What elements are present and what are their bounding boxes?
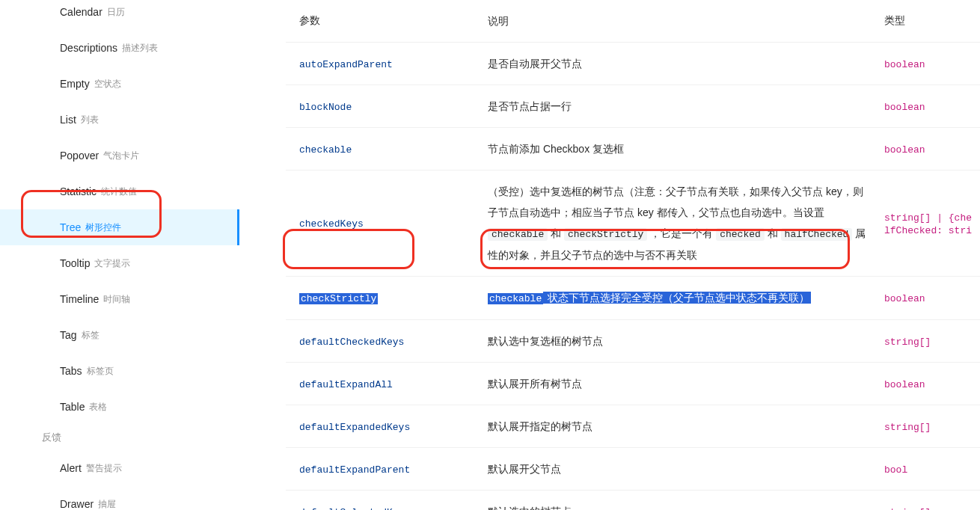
sidebar-item-alert[interactable]: Alert 警告提示: [0, 450, 239, 486]
param-desc: 默认展开指定的树节点: [488, 416, 884, 437]
sidebar-item-label-en: Alert: [60, 462, 82, 474]
sidebar-item-label-en: Calendar: [60, 6, 102, 18]
table-row: defaultCheckedKeys 默认选中复选框的树节点 string[]: [286, 320, 980, 363]
param-type: string[]: [884, 507, 931, 511]
sidebar-item-calendar[interactable]: Calendar 日历: [0, 0, 239, 30]
param-name: checkedKeys: [299, 218, 364, 230]
sidebar-item-label-en: Tag: [60, 329, 77, 341]
desc-text: ，它是一个有: [650, 227, 716, 239]
sidebar-item-label-en: Empty: [60, 78, 90, 90]
param-name: defaultExpandedKeys: [299, 422, 410, 433]
sidebar-item-label-zh: 日历: [107, 6, 125, 19]
param-name: defaultSelectedKeys: [299, 507, 410, 511]
desc-text: 和: [551, 227, 564, 239]
param-name: blockNode: [299, 102, 352, 113]
table-row: blockNode 是否节点占据一行 boolean: [286, 85, 980, 128]
sidebar-item-tree[interactable]: Tree 树形控件: [0, 209, 239, 245]
sidebar-item-label-zh: 气泡卡片: [103, 150, 139, 162]
sidebar-item-label-en: Tree: [60, 221, 81, 233]
param-desc: 默认展开父节点: [488, 458, 884, 479]
sidebar-item-timeline[interactable]: Timeline 时间轴: [0, 281, 239, 317]
param-name: defaultExpandAll: [299, 379, 393, 390]
api-table-container: 参数 说明 类型 autoExpandParent 是否自动展开父节点 bool…: [239, 0, 980, 510]
sidebar-item-label-zh: 空状态: [94, 78, 121, 90]
param-desc: checkable 状态下节点选择完全受控（父子节点选中状态不再关联）: [488, 287, 884, 309]
sidebar-item-table[interactable]: Table 表格: [0, 389, 239, 425]
param-name: autoExpandParent: [299, 59, 393, 70]
table-row: defaultExpandAll 默认展开所有树节点 boolean: [286, 363, 980, 405]
param-type: lfChecked: stri: [884, 225, 972, 236]
sidebar-item-tag[interactable]: Tag 标签: [0, 317, 239, 353]
param-type: string[] | {che: [884, 212, 972, 224]
sidebar-item-empty[interactable]: Empty 空状态: [0, 66, 239, 102]
desc-selected-text: 状态下节点选择完全受控（父子节点选中状态不再关联）: [543, 292, 811, 304]
sidebar-item-label-en: Tabs: [60, 365, 82, 377]
sidebar-item-label-zh: 表格: [89, 401, 107, 414]
desc-text: 和: [768, 227, 781, 239]
sidebar-item-tabs[interactable]: Tabs 标签页: [0, 353, 239, 389]
sidebar-item-list[interactable]: List 列表: [0, 102, 239, 138]
sidebar-item-tooltip[interactable]: Tooltip 文字提示: [0, 245, 239, 281]
sidebar-item-label-zh: 列表: [81, 114, 99, 126]
table-header-param: 参数: [286, 14, 488, 28]
table-row: defaultExpandParent 默认展开父节点 bool: [286, 448, 980, 491]
param-type: boolean: [884, 379, 925, 390]
sidebar-item-statistic[interactable]: Statistic 统计数值: [0, 173, 239, 209]
param-desc: （受控）选中复选框的树节点（注意：父子节点有关联，如果传入父节点 key，则子节…: [488, 181, 884, 265]
param-type: string[]: [884, 422, 931, 433]
desc-text: （受控）选中复选框的树节点（注意：父子节点有关联，如果传入父节点 key，则子节…: [488, 185, 863, 218]
sidebar-item-label-en: Descriptions: [60, 42, 117, 54]
param-name: checkable: [299, 144, 352, 156]
sidebar-item-descriptions[interactable]: Descriptions 描述列表: [0, 30, 239, 66]
sidebar-item-label-zh: 统计数值: [101, 185, 137, 198]
param-type: bool: [884, 464, 907, 476]
param-desc: 节点前添加 Checkbox 复选框: [488, 138, 884, 159]
sidebar: Calendar 日历 Descriptions 描述列表 Empty 空状态 …: [0, 0, 239, 510]
table-header: 参数 说明 类型: [286, 0, 980, 43]
sidebar-item-label-en: List: [60, 114, 76, 126]
sidebar-item-label-en: Table: [60, 401, 85, 413]
code-inline: checkable: [488, 228, 548, 241]
sidebar-item-label-zh: 文字提示: [94, 257, 130, 270]
param-name: defaultExpandParent: [299, 464, 410, 476]
param-type: boolean: [884, 293, 925, 304]
sidebar-item-label-zh: 标签: [82, 329, 99, 342]
code-inline: checked: [716, 228, 765, 241]
param-name-selected: checkStrictly: [299, 293, 378, 304]
param-type: boolean: [884, 102, 925, 113]
param-type: string[]: [884, 337, 931, 348]
sidebar-item-label-zh: 描述列表: [122, 42, 158, 55]
sidebar-item-label-zh: 标签页: [87, 365, 114, 378]
param-desc: 默认选中复选框的树节点: [488, 331, 884, 351]
sidebar-item-label-en: Drawer: [60, 498, 94, 510]
table-row: autoExpandParent 是否自动展开父节点 boolean: [286, 43, 980, 85]
sidebar-item-label-zh: 时间轴: [103, 293, 130, 306]
param-name: defaultCheckedKeys: [299, 337, 404, 348]
param-type: boolean: [884, 144, 925, 156]
table-row: checkable 节点前添加 Checkbox 复选框 boolean: [286, 128, 980, 170]
param-desc: 是否自动展开父节点: [488, 53, 884, 74]
sidebar-item-label-en: Popover: [60, 150, 99, 162]
sidebar-item-label-en: Timeline: [60, 293, 99, 305]
table-row-checkstrictly: checkStrictly checkable 状态下节点选择完全受控（父子节点…: [286, 277, 980, 320]
sidebar-item-label-zh: 警告提示: [86, 462, 122, 475]
table-row: defaultExpandedKeys 默认展开指定的树节点 string[]: [286, 405, 980, 448]
sidebar-item-label-en: Tooltip: [60, 257, 90, 269]
api-table: 参数 说明 类型 autoExpandParent 是否自动展开父节点 bool…: [286, 0, 980, 510]
table-header-type: 类型: [884, 14, 980, 28]
param-type: boolean: [884, 59, 925, 70]
code-inline: checkStrictly: [564, 228, 647, 241]
sidebar-item-popover[interactable]: Popover 气泡卡片: [0, 138, 239, 173]
sidebar-item-label-en: Statistic: [60, 185, 97, 197]
table-row: defaultSelectedKeys 默认选中的树节点 string[]: [286, 491, 980, 510]
desc-selected-code: checkable: [488, 293, 543, 304]
sidebar-item-label-zh: 树形控件: [85, 221, 121, 234]
table-header-desc: 说明: [488, 10, 884, 31]
sidebar-group-feedback: 反馈: [0, 425, 239, 450]
sidebar-item-drawer[interactable]: Drawer 抽屉: [0, 486, 239, 510]
code-inline: halfChecked: [781, 228, 853, 241]
param-desc: 默认展开所有树节点: [488, 373, 884, 394]
table-row: checkedKeys （受控）选中复选框的树节点（注意：父子节点有关联，如果传…: [286, 170, 980, 277]
param-desc: 是否节点占据一行: [488, 96, 884, 117]
param-desc: 默认选中的树节点: [488, 501, 884, 510]
